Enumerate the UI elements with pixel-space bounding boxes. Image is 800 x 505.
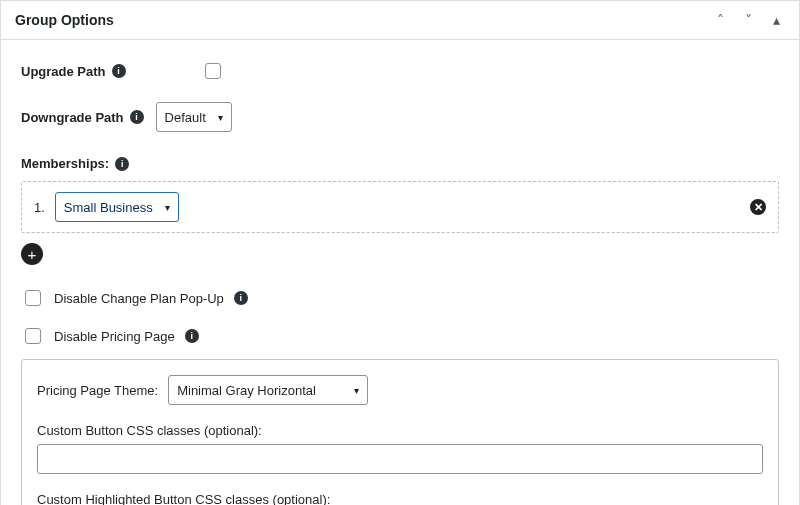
- upgrade-path-checkbox[interactable]: [205, 63, 221, 79]
- move-down-button[interactable]: ˅: [737, 9, 759, 31]
- move-up-button[interactable]: ˄: [709, 9, 731, 31]
- info-icon[interactable]: i: [234, 291, 248, 305]
- memberships-row: Memberships: i: [21, 156, 779, 171]
- memberships-label: Memberships: i: [21, 156, 129, 171]
- custom-button-css-label: Custom Button CSS classes (optional):: [37, 423, 763, 438]
- membership-value: Small Business: [64, 200, 153, 215]
- disable-pricing-label: Disable Pricing Page: [54, 329, 175, 344]
- downgrade-path-label: Downgrade Path i: [21, 110, 144, 125]
- custom-highlighted-css-label: Custom Highlighted Button CSS classes (o…: [37, 492, 763, 505]
- membership-item: 1. Small Business ▾: [34, 192, 179, 222]
- custom-highlighted-css-block: Custom Highlighted Button CSS classes (o…: [37, 492, 763, 505]
- disable-change-plan-label: Disable Change Plan Pop-Up: [54, 291, 224, 306]
- pricing-theme-select[interactable]: Minimal Gray Horizontal ▾: [168, 375, 368, 405]
- upgrade-path-label-text: Upgrade Path: [21, 64, 106, 79]
- custom-button-css-block: Custom Button CSS classes (optional):: [37, 423, 763, 474]
- chevron-down-icon: ▾: [354, 385, 359, 396]
- panel-body: Upgrade Path i Downgrade Path i Default …: [1, 40, 799, 505]
- disable-change-plan-checkbox[interactable]: [25, 290, 41, 306]
- pricing-theme-row: Pricing Page Theme: Minimal Gray Horizon…: [37, 375, 763, 405]
- memberships-box: 1. Small Business ▾ ✕: [21, 181, 779, 233]
- panel-actions: ˄ ˅ ▴: [709, 9, 787, 31]
- upgrade-path-row: Upgrade Path i: [21, 60, 779, 82]
- pricing-theme-label: Pricing Page Theme:: [37, 383, 158, 398]
- pricing-page-panel: Pricing Page Theme: Minimal Gray Horizon…: [21, 359, 779, 505]
- membership-select[interactable]: Small Business ▾: [55, 192, 179, 222]
- collapse-button[interactable]: ▴: [765, 9, 787, 31]
- downgrade-path-value: Default: [165, 110, 206, 125]
- panel-title: Group Options: [15, 12, 114, 28]
- remove-membership-button[interactable]: ✕: [750, 199, 766, 215]
- chevron-down-icon: ▾: [218, 112, 223, 123]
- pricing-theme-value: Minimal Gray Horizontal: [177, 383, 316, 398]
- info-icon[interactable]: i: [185, 329, 199, 343]
- membership-index: 1.: [34, 200, 45, 215]
- info-icon[interactable]: i: [115, 157, 129, 171]
- disable-pricing-row: Disable Pricing Page i: [21, 325, 779, 347]
- disable-change-plan-row: Disable Change Plan Pop-Up i: [21, 287, 779, 309]
- memberships-label-text: Memberships:: [21, 156, 109, 171]
- info-icon[interactable]: i: [112, 64, 126, 78]
- downgrade-path-row: Downgrade Path i Default ▾: [21, 102, 779, 132]
- chevron-down-icon: ▾: [165, 202, 170, 213]
- add-membership-button[interactable]: +: [21, 243, 43, 265]
- panel-header: Group Options ˄ ˅ ▴: [1, 0, 799, 40]
- downgrade-path-label-text: Downgrade Path: [21, 110, 124, 125]
- disable-pricing-checkbox[interactable]: [25, 328, 41, 344]
- info-icon[interactable]: i: [130, 110, 144, 124]
- custom-button-css-input[interactable]: [37, 444, 763, 474]
- upgrade-path-label: Upgrade Path i: [21, 64, 201, 79]
- downgrade-path-select[interactable]: Default ▾: [156, 102, 232, 132]
